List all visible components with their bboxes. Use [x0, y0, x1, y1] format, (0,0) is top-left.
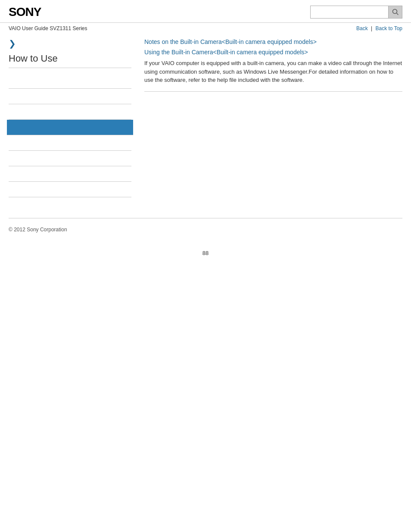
- content-area: Notes on the Built-in Camera<Built-in ca…: [140, 38, 402, 197]
- list-item: [9, 89, 131, 104]
- nav-item-link[interactable]: [9, 186, 10, 193]
- nav-item-link[interactable]: [9, 140, 10, 146]
- search-icon: [392, 9, 399, 16]
- nav-item-link[interactable]: [9, 155, 10, 162]
- chevron-right-icon: ❯: [9, 38, 131, 49]
- content-link-1[interactable]: Notes on the Built-in Camera<Built-in ca…: [144, 38, 402, 45]
- search-button[interactable]: [388, 6, 402, 18]
- back-link[interactable]: Back: [356, 25, 368, 31]
- list-item-active: [7, 120, 133, 135]
- main-container: ❯ How to Use: [0, 34, 411, 206]
- nav-item-link[interactable]: [9, 93, 10, 100]
- list-item: [9, 166, 131, 182]
- list-item: [9, 104, 131, 120]
- back-to-top-link[interactable]: Back to Top: [376, 25, 402, 31]
- nav-separator: |: [371, 25, 372, 31]
- sony-logo: SONY: [9, 5, 41, 19]
- svg-point-0: [392, 9, 397, 14]
- nav-item-link-active[interactable]: [10, 124, 12, 131]
- nav-item-link[interactable]: [9, 171, 10, 177]
- search-input[interactable]: [311, 6, 388, 18]
- content-description: If your VAIO computer is equipped with a…: [144, 59, 402, 92]
- section-title: How to Use: [9, 53, 131, 68]
- footer: © 2012 Sony Corporation: [0, 206, 411, 241]
- sidebar-nav: [9, 73, 131, 197]
- copyright: © 2012 Sony Corporation: [9, 227, 67, 233]
- page-number: 88: [0, 250, 411, 256]
- footer-divider: [9, 218, 402, 218]
- svg-line-1: [396, 13, 398, 15]
- search-container: [310, 6, 402, 19]
- sidebar: ❯ How to Use: [9, 38, 140, 197]
- nav-links: Back | Back to Top: [356, 25, 402, 31]
- list-item: [9, 135, 131, 151]
- page-header: SONY: [0, 0, 411, 23]
- nav-item-link[interactable]: [9, 78, 10, 84]
- nav-item-link[interactable]: [9, 109, 10, 115]
- list-item: [9, 73, 131, 89]
- breadcrumb: VAIO User Guide SVZ1311 Series: [9, 25, 87, 31]
- list-item: [9, 182, 131, 197]
- sub-header: VAIO User Guide SVZ1311 Series Back | Ba…: [0, 23, 411, 34]
- content-link-2[interactable]: Using the Built-in Camera<Built-in camer…: [144, 49, 402, 56]
- list-item: [9, 151, 131, 166]
